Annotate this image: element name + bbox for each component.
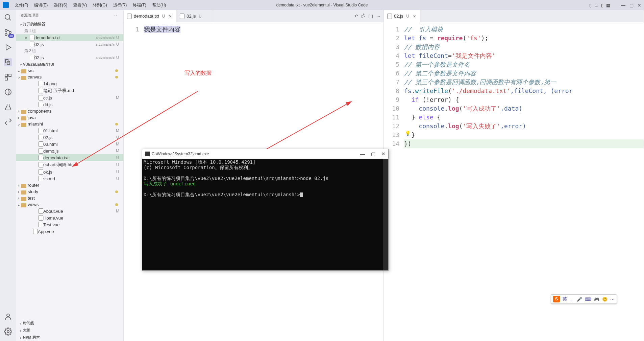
cmd-icon — [145, 152, 150, 156]
split-editor-icon[interactable]: ▯▯ — [368, 14, 373, 19]
menu-go[interactable]: 转到(G) — [90, 1, 109, 9]
open-editors-section[interactable]: ⌄ 打开的编辑器 — [16, 21, 123, 28]
file-item[interactable]: Test.vue — [16, 221, 123, 228]
menu-file[interactable]: 文件(F) — [12, 1, 31, 9]
close-icon[interactable]: × — [168, 14, 173, 19]
testing-icon[interactable] — [4, 103, 12, 111]
explorer-more-icon[interactable]: ··· — [114, 14, 119, 18]
go-back-icon[interactable]: ↶ — [354, 14, 358, 19]
file-item[interactable]: cc.jsM — [16, 94, 123, 101]
remote-icon[interactable] — [4, 88, 12, 96]
folder-icon — [21, 76, 26, 80]
cmd-titlebar[interactable]: C:\Windows\System32\cmd.exe — ▢ ✕ — [142, 149, 388, 159]
extensions-icon[interactable] — [4, 73, 12, 81]
layout-panel-right-icon[interactable]: ▯ — [601, 3, 603, 8]
terminal-scrollbar[interactable] — [383, 159, 388, 270]
file-item[interactable]: ok.jsU — [16, 168, 123, 175]
file-icon — [39, 135, 43, 140]
folder-study[interactable]: ›study — [16, 188, 123, 195]
file-icon — [387, 14, 392, 19]
chevron-right-icon: › — [18, 328, 23, 333]
menu-view[interactable]: 查看(V) — [71, 1, 90, 9]
run-icon[interactable]: ▷̊ — [362, 14, 365, 19]
file-item[interactable]: echarts间隔.htmlU — [16, 161, 123, 168]
more-actions-icon[interactable]: ··· — [376, 14, 380, 19]
file-item[interactable]: 01.htmlM — [16, 127, 123, 134]
tab-demodata[interactable]: demodata.txt U × — [124, 10, 176, 22]
file-item[interactable]: Home.vue — [16, 214, 123, 221]
file-item[interactable]: ss.mdU — [16, 175, 123, 182]
window-minimize-icon[interactable]: — — [360, 151, 365, 157]
chevron-down-icon: ⌄ — [16, 74, 21, 79]
folder-components[interactable]: ›components — [16, 108, 123, 114]
window-minimize-icon[interactable]: — — [621, 3, 625, 8]
layout-panel-left-icon[interactable]: ▯ — [589, 3, 592, 8]
file-item[interactable]: demo.jsM — [16, 147, 123, 154]
file-item[interactable]: App.vue — [16, 228, 123, 235]
window-maximize-icon[interactable]: ▢ — [629, 3, 634, 8]
folder-canvas[interactable]: ⌄canvas — [16, 74, 123, 80]
source-control-icon[interactable]: 30 — [4, 28, 12, 37]
menu-terminal[interactable]: 终端(T) — [130, 1, 149, 9]
folder-test[interactable]: ›test — [16, 195, 123, 201]
folder-router[interactable]: ›router — [16, 182, 123, 188]
lightbulb-icon[interactable]: 💡 — [405, 131, 411, 136]
menu-selection[interactable]: 选择(S) — [51, 1, 70, 9]
layout-panel-bottom-icon[interactable]: ▭ — [594, 3, 598, 8]
file-item[interactable]: 02.jsU — [16, 134, 123, 141]
close-icon[interactable]: × — [412, 14, 417, 19]
svg-point-12 — [7, 314, 9, 317]
cmd-body[interactable]: Microsoft Windows [版本 10.0.19045.4291] (… — [142, 159, 388, 270]
ime-keyboard-icon[interactable]: ⌨ — [585, 297, 591, 302]
file-item[interactable]: About.vueM — [16, 208, 123, 214]
open-editor-item[interactable]: ×02.jssrc\mianshiU — [16, 54, 123, 61]
window-close-icon[interactable]: ✕ — [381, 151, 386, 157]
menu-run[interactable]: 运行(R) — [110, 1, 130, 9]
menu-edit[interactable]: 编辑(E) — [31, 1, 50, 9]
ime-emoji-icon[interactable]: 😊 — [602, 297, 608, 302]
window-maximize-icon[interactable]: ▢ — [371, 151, 375, 157]
file-icon — [39, 141, 43, 147]
modified-dot-icon — [115, 123, 118, 126]
open-editor-item[interactable]: ×demodata.txtsrc\mianshiU — [16, 34, 123, 41]
close-icon[interactable]: × — [22, 35, 30, 40]
chevron-down-icon: ⌄ — [16, 121, 21, 127]
menu-help[interactable]: 帮助(H) — [150, 1, 169, 9]
folder-views[interactable]: ⌄views — [16, 201, 123, 208]
tab-02js-right[interactable]: 02.js U × — [384, 10, 420, 22]
run-debug-icon[interactable] — [4, 43, 12, 51]
explorer-icon[interactable] — [4, 58, 12, 66]
folder-mianshi[interactable]: ⌄mianshi — [16, 121, 123, 127]
ime-punct-icon[interactable]: ， — [570, 296, 574, 302]
file-item[interactable]: 03.htmlM — [16, 141, 123, 147]
sogou-logo-icon[interactable]: S — [553, 296, 560, 302]
folder-java[interactable]: ›java — [16, 114, 123, 121]
file-item[interactable]: dd.js — [16, 101, 123, 108]
sidebar-section[interactable]: ›大纲 — [16, 327, 123, 334]
file-item[interactable]: 14.png — [16, 80, 123, 87]
sidebar-section[interactable]: ›时间线 — [16, 320, 123, 327]
account-icon[interactable] — [4, 313, 12, 321]
tab-02js[interactable]: 02.js U — [176, 10, 213, 22]
ime-lang[interactable]: 英 — [563, 296, 567, 302]
window-close-icon[interactable]: ✕ — [638, 3, 641, 8]
svg-rect-10 — [5, 78, 7, 80]
ime-game-icon[interactable]: 🎮 — [594, 297, 599, 302]
editor-right-content[interactable]: 1234567891011121314 // 引入模块 let fs = req… — [384, 22, 644, 341]
search-icon[interactable] — [4, 14, 12, 22]
folder-icon — [21, 123, 26, 127]
git-graph-icon[interactable] — [4, 118, 12, 126]
file-item[interactable]: demodata.txtU — [16, 154, 123, 161]
folder-src[interactable]: ⌄src — [16, 67, 123, 74]
customize-layout-icon[interactable]: ▦ — [606, 3, 610, 8]
open-editor-item[interactable]: ×02.jssrc\mianshiU — [16, 41, 123, 48]
ime-toolbar[interactable]: S 英 ， 🎤 ⌨ 🎮 😊 ⋯ — [551, 294, 617, 304]
ime-more-icon[interactable]: ⋯ — [610, 297, 615, 302]
cmd-window[interactable]: C:\Windows\System32\cmd.exe — ▢ ✕ Micros… — [142, 149, 389, 271]
file-item[interactable]: 笔记-五子棋.md — [16, 87, 123, 94]
ime-mic-icon[interactable]: 🎤 — [577, 297, 582, 302]
sidebar-section[interactable]: ›NPM 脚本 — [16, 334, 123, 341]
workspace-section[interactable]: ⌄ VUE2ELEMENTUI — [16, 61, 123, 67]
file-icon — [30, 55, 34, 60]
gear-icon[interactable] — [4, 327, 12, 336]
